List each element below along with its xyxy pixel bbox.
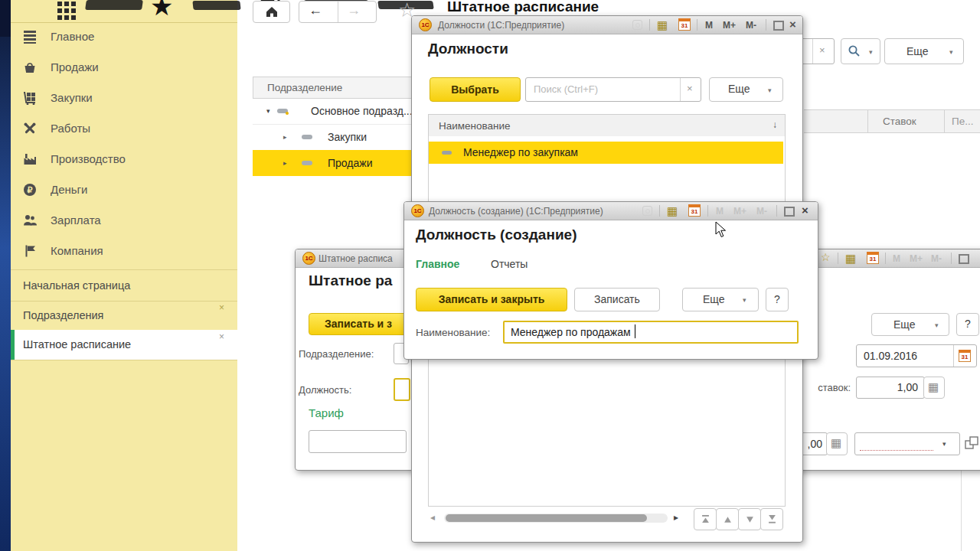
- sidebar-item-zarplata[interactable]: Зарплата: [11, 205, 237, 236]
- tree-row-prodazhi[interactable]: ▸ Продажи: [253, 150, 423, 176]
- sidebar-tab-shtatnoe[interactable]: Штатное расписание ×: [11, 330, 237, 360]
- memory-minus-button[interactable]: М-: [931, 253, 942, 264]
- list-row-selected[interactable]: Менеджер по закупкам: [429, 142, 783, 164]
- close-icon[interactable]: ×: [219, 302, 224, 313]
- save-and-close-button[interactable]: Записать и закрыть: [416, 288, 567, 311]
- create-window-titlebar[interactable]: 1С Должность (создание) (1С:Предприятие)…: [404, 202, 818, 220]
- memory-button[interactable]: М: [705, 20, 713, 31]
- go-down-button[interactable]: [738, 508, 761, 530]
- sidebar-item-proizvodstvo[interactable]: Производство: [11, 144, 237, 174]
- clear-search-icon[interactable]: ×: [819, 44, 825, 56]
- amount-value: ,00: [808, 438, 822, 450]
- sidebar-item-glavnoe[interactable]: Главное: [11, 21, 237, 52]
- column-header-period[interactable]: Пе...: [952, 116, 973, 127]
- calculator-icon: ▦: [928, 381, 939, 393]
- tree-expand-icon[interactable]: ▸: [283, 133, 287, 141]
- tree-expand-icon[interactable]: ▸: [283, 159, 287, 167]
- calendar-icon[interactable]: 31: [678, 18, 691, 31]
- stavok-field[interactable]: 1,00: [856, 377, 925, 399]
- tree-row-label: Продажи: [328, 157, 372, 169]
- tree-expand-icon[interactable]: ▾: [266, 107, 270, 115]
- hscrollbar-track[interactable]: [444, 514, 668, 523]
- hscrollbar-thumb[interactable]: [446, 514, 647, 522]
- staff-help-button[interactable]: ?: [956, 313, 979, 336]
- memory-minus-button[interactable]: М-: [746, 20, 756, 31]
- positions-window-titlebar[interactable]: 1С Должности (1С:Предприятие) ▦ 31 М М+ …: [412, 16, 802, 34]
- calendar-picker-icon[interactable]: 31: [959, 350, 971, 362]
- memory-plus-button[interactable]: М+: [733, 206, 746, 217]
- positions-search-input[interactable]: Поиск (Ctrl+F) ×: [525, 77, 701, 102]
- maximize-icon[interactable]: [773, 21, 784, 31]
- sidebar-tab-home[interactable]: Начальная страница: [11, 270, 237, 301]
- memory-button[interactable]: М: [716, 206, 724, 217]
- search-menu-button[interactable]: ▾: [841, 38, 880, 64]
- memory-plus-button[interactable]: М+: [723, 20, 736, 31]
- position-field-fragment[interactable]: [394, 378, 410, 401]
- create-more-button[interactable]: Еще ▾: [682, 288, 759, 311]
- date-field[interactable]: 01.09.2016 31: [856, 344, 977, 367]
- tariff-tab[interactable]: Тариф: [309, 406, 344, 419]
- titlebar-divider: [707, 205, 708, 217]
- scroll-right-icon[interactable]: ▸: [674, 512, 678, 523]
- memory-plus-button[interactable]: М+: [910, 253, 923, 264]
- name-input[interactable]: [503, 321, 799, 344]
- pin-icon[interactable]: [642, 206, 652, 216]
- select-button[interactable]: Выбрать: [430, 77, 521, 102]
- maximize-icon[interactable]: [959, 254, 969, 264]
- favorite-star-icon[interactable]: ☆: [821, 251, 831, 263]
- close-icon[interactable]: ×: [789, 18, 796, 31]
- back-icon[interactable]: ←: [309, 2, 322, 18]
- close-icon[interactable]: ×: [802, 204, 808, 217]
- calendar-icon[interactable]: 31: [867, 252, 879, 264]
- home-button[interactable]: [253, 1, 290, 23]
- go-first-button[interactable]: [694, 508, 717, 530]
- memory-button[interactable]: М: [893, 253, 900, 264]
- tab-glavnoe[interactable]: Главное: [416, 258, 459, 270]
- tariff-input[interactable]: [309, 430, 407, 453]
- tree-row-root[interactable]: ▾ Основное подразд...: [253, 98, 423, 124]
- sidebar-item-zakupki[interactable]: Закупки: [11, 83, 237, 113]
- empty-combo-field[interactable]: ▾: [854, 432, 960, 455]
- positions-more-button[interactable]: Еще ▾: [709, 77, 783, 102]
- go-last-button[interactable]: [760, 508, 783, 530]
- sort-arrow-icon[interactable]: ↓: [773, 119, 777, 130]
- sidebar-item-raboty[interactable]: Работы: [11, 113, 237, 144]
- clear-search-icon[interactable]: ×: [687, 83, 693, 94]
- tree-row-zakupki[interactable]: ▸ Закупки: [253, 125, 423, 150]
- scroll-left-icon[interactable]: ◂: [430, 512, 435, 523]
- create-help-button[interactable]: ?: [766, 288, 789, 311]
- sidebar-item-prodazhi[interactable]: Продажи: [11, 52, 237, 83]
- calendar-icon[interactable]: 31: [688, 204, 701, 217]
- calculator-icon[interactable]: ▦: [657, 19, 668, 31]
- pin-icon[interactable]: [632, 20, 642, 30]
- tab-label: Начальная страница: [23, 279, 130, 292]
- memory-minus-button[interactable]: М-: [756, 206, 767, 217]
- item-icon: [302, 135, 312, 139]
- positions-list-header[interactable]: Наименование ↓: [428, 114, 786, 138]
- calculator-icon[interactable]: ▦: [667, 205, 678, 217]
- name-label: Наименование:: [416, 327, 490, 338]
- titlebar-divider: [885, 253, 886, 264]
- stavok-calculator-button[interactable]: ▦: [923, 377, 945, 399]
- sidebar-tab-podrazdeleniya[interactable]: Подразделения ×: [11, 302, 237, 330]
- background-more-button[interactable]: Еще ▾: [884, 38, 964, 64]
- column-header-stavok[interactable]: Ставок: [883, 116, 916, 127]
- chevron-down-icon[interactable]: ▾: [942, 440, 946, 448]
- grid-menu-icon[interactable]: [57, 2, 83, 21]
- tree-header[interactable]: Подразделение: [253, 77, 425, 99]
- maximize-icon[interactable]: [784, 207, 795, 217]
- tab-otchety[interactable]: Отчеты: [491, 258, 528, 270]
- save-button[interactable]: Записать: [574, 288, 660, 311]
- open-link-icon[interactable]: [964, 435, 979, 451]
- amount-calculator-button[interactable]: ▦: [826, 432, 848, 455]
- calculator-icon[interactable]: ▦: [845, 253, 856, 264]
- go-up-button[interactable]: [716, 508, 739, 530]
- forward-icon[interactable]: →: [347, 2, 361, 18]
- factory-icon: [23, 152, 37, 166]
- sidebar-item-kompaniya[interactable]: Компания: [11, 236, 237, 266]
- more-label: Еще: [728, 83, 750, 95]
- close-icon[interactable]: ×: [219, 331, 224, 342]
- staff-more-button[interactable]: Еще ▾: [871, 313, 949, 336]
- save-and-close-button[interactable]: Записать и з: [309, 313, 408, 335]
- sidebar-item-dengi[interactable]: ₽ Деньги: [11, 174, 237, 205]
